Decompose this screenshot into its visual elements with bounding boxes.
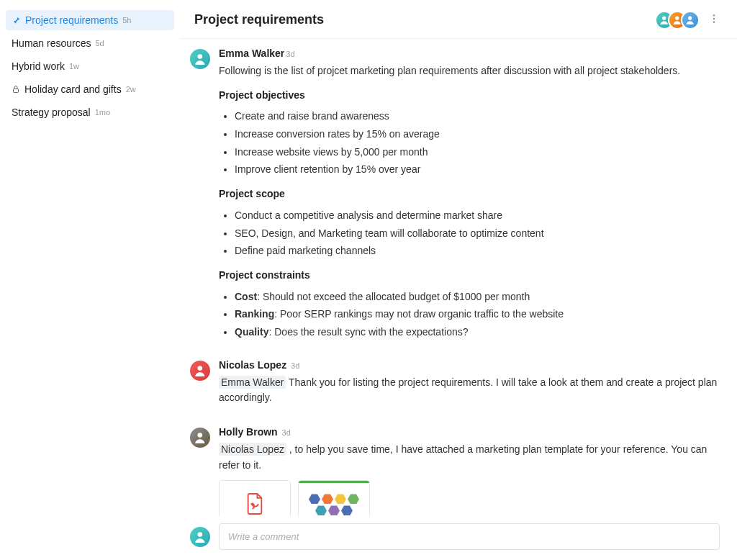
sidebar-item-time: 1w (69, 62, 79, 71)
header-actions (655, 10, 723, 30)
sidebar-item-label: Project requirements (25, 14, 118, 26)
collaborator-avatars[interactable] (655, 11, 700, 30)
svg-point-4 (713, 14, 715, 16)
header: Project requirements (180, 0, 737, 39)
pin-icon (12, 16, 21, 25)
section-heading: Project objectives (219, 88, 720, 104)
avatar (189, 525, 212, 548)
svg-point-9 (198, 433, 203, 438)
sidebar-item-time: 2w (126, 85, 136, 94)
comment-text: Nicolas Lopez , to help you save time, I… (219, 442, 720, 473)
comment-time: 3d (291, 361, 299, 370)
comment-text: Emma Walker Thank you for listing the pr… (219, 375, 720, 406)
composer (180, 516, 737, 560)
comment-time: 3d (282, 428, 291, 437)
mention[interactable]: Nicolas Lopez (219, 443, 286, 456)
list-item: Ranking: Poor SERP rankings may not draw… (235, 307, 720, 322)
svg-rect-0 (14, 89, 19, 93)
main: Project requirements (180, 0, 737, 560)
avatar (681, 11, 700, 30)
attachment-thumb (299, 481, 369, 516)
comment-author: Holly Brown (219, 426, 278, 438)
comment-author: Nicolas Lopez (219, 359, 286, 371)
sidebar-item-time: 5d (96, 39, 104, 48)
attachment-card[interactable]: Marketing-stra... Proof this file2h (298, 480, 370, 516)
attachment-card[interactable]: Marketing-plan... Proof this file2h (219, 480, 291, 516)
sidebar-item-time: 5h (122, 16, 131, 24)
sidebar-item-strategy-proposal[interactable]: Strategy proposal 1mo (6, 102, 174, 122)
more-icon[interactable] (705, 10, 723, 30)
sidebar-item-label: Hybrid work (12, 60, 65, 72)
list-item: Improve client retention by 15% over yea… (235, 162, 720, 178)
sidebar: Project requirements 5h Human resources … (0, 0, 180, 560)
comment: Holly Brown 3d Nicolas Lopez , to help y… (189, 426, 720, 516)
avatar (189, 359, 212, 382)
list-item: Define paid marketing channels (235, 243, 720, 259)
attachments: Marketing-plan... Proof this file2h (219, 480, 720, 516)
list-item: Conduct a competitive analysis and deter… (235, 208, 720, 224)
comment-author: Emma Walker (219, 48, 284, 59)
comment: Nicolas Lopez 3d Emma Walker Thank you f… (189, 359, 720, 413)
sidebar-item-label: Strategy proposal (12, 107, 91, 118)
sidebar-item-label: Human resources (12, 37, 91, 49)
section-list: Cost: Should not exceed the allocated bu… (219, 289, 720, 340)
comment-thread: Emma Walker3d Following is the list of p… (180, 39, 737, 516)
comment-text: Following is the list of projcet marketi… (219, 63, 720, 340)
sidebar-item-holiday-card[interactable]: Holiday card and gifts 2w (6, 79, 174, 99)
list-item: Increase conversion rates by 15% on aver… (235, 127, 720, 143)
comment-input[interactable] (219, 523, 720, 550)
svg-point-8 (198, 366, 203, 371)
sidebar-item-human-resources[interactable]: Human resources 5d (6, 33, 174, 53)
sidebar-item-hybrid-work[interactable]: Hybrid work 1w (6, 56, 174, 76)
list-item: Increase website views by 5,000 per mont… (235, 145, 720, 161)
sidebar-item-time: 1mo (95, 108, 110, 117)
pdf-icon (245, 492, 265, 516)
page-title: Project requirements (194, 12, 324, 27)
section-heading: Project constraints (219, 268, 720, 284)
avatar (189, 426, 212, 449)
svg-point-2 (675, 16, 679, 19)
svg-point-6 (713, 21, 715, 22)
hex-diagram-icon (305, 494, 363, 515)
svg-point-10 (198, 532, 203, 537)
section-heading: Project scope (219, 186, 720, 202)
svg-point-7 (198, 54, 203, 59)
svg-point-5 (713, 18, 715, 19)
lock-icon (12, 85, 20, 94)
mention[interactable]: Emma Walker (219, 376, 286, 389)
sidebar-item-label: Holiday card and gifts (24, 83, 122, 95)
attachment-thumb (220, 481, 290, 516)
section-list: Conduct a competitive analysis and deter… (219, 208, 720, 259)
list-item: Cost: Should not exceed the allocated bu… (235, 289, 720, 305)
sidebar-item-project-requirements[interactable]: Project requirements 5h (6, 10, 174, 30)
list-item: SEO, Design, and Marketing team will col… (235, 226, 720, 242)
comment-intro: Following is the list of projcet marketi… (219, 63, 720, 79)
section-list: Create and raise brand awareness Increas… (219, 109, 720, 178)
list-item: Create and raise brand awareness (235, 109, 720, 125)
comment-time: 3d (286, 50, 294, 58)
comment: Emma Walker3d Following is the list of p… (189, 48, 720, 346)
svg-point-3 (688, 16, 692, 19)
avatar (189, 48, 212, 71)
list-item: Quality: Does the result sync with the e… (235, 325, 720, 340)
svg-point-1 (662, 16, 666, 19)
